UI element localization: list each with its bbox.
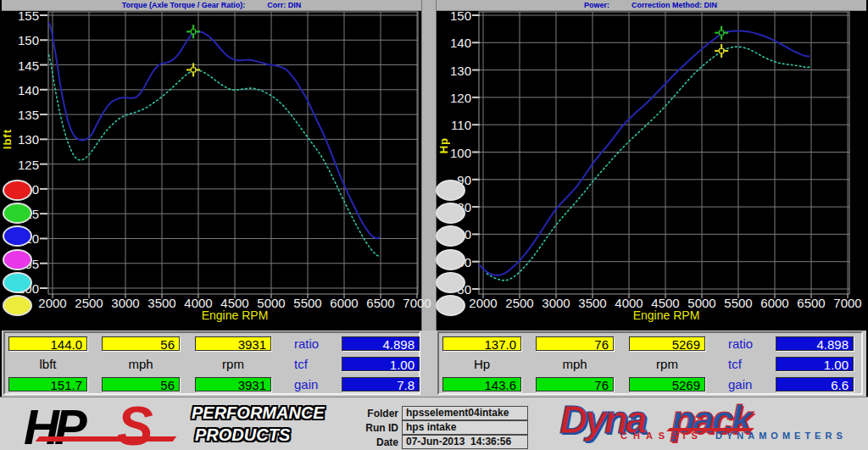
power-curve-blue_solid xyxy=(480,31,810,275)
torque-baseline-value: 144.0 xyxy=(8,336,87,351)
power-xtick-label-5000: 5000 xyxy=(682,296,721,310)
power-curve-green_dotted xyxy=(487,47,811,281)
torque-xtick-label-6500: 6500 xyxy=(361,296,400,310)
torque-marker-center-1 xyxy=(192,68,196,72)
power-xtick-label-5500: 5500 xyxy=(719,296,758,310)
torque-xtick-label-3000: 3000 xyxy=(106,296,145,310)
hps-logo: HP xyxy=(24,398,82,450)
torque-tcf-label: tcf xyxy=(294,357,338,371)
power-xtick-label-2500: 2500 xyxy=(500,296,539,310)
power-xtick-label-6500: 6500 xyxy=(792,296,831,310)
torque-unit-col1: lbft xyxy=(8,357,87,371)
torque-run-mph: 56 xyxy=(102,377,180,392)
power-xtick-label-2000: 2000 xyxy=(464,296,503,310)
power-xtick-label-4000: 4000 xyxy=(609,296,648,310)
power-xtick-label-3500: 3500 xyxy=(573,296,612,310)
power-legend-button-4[interactable] xyxy=(436,249,465,270)
torque-baseline-rpm: 3931 xyxy=(195,336,271,351)
run-id-label: Run ID xyxy=(346,422,398,434)
power-xtick-label-6000: 6000 xyxy=(755,296,794,310)
power-baseline-value: 137.0 xyxy=(442,336,521,351)
torque-tcf-value: 1.00 xyxy=(342,357,420,371)
torque-curve-blue_solid xyxy=(49,23,380,239)
torque-plot-border xyxy=(48,12,418,294)
torque-run-rpm: 3931 xyxy=(195,377,271,392)
torque-xtick-label-5500: 5500 xyxy=(288,296,327,310)
torque-curve-green_dotted xyxy=(49,55,381,257)
torque-ytick-label-125: 125 xyxy=(3,158,39,172)
torque-ytick-label-150: 150 xyxy=(3,33,39,47)
power-run-mph: 76 xyxy=(536,377,614,392)
hps-logo-swoosh xyxy=(36,436,177,442)
torque-xtick-label-4000: 4000 xyxy=(179,296,218,310)
power-unit-col3: rpm xyxy=(629,357,705,371)
torque-xtick-label-3500: 3500 xyxy=(142,296,181,310)
power-xtick-label-7000: 7000 xyxy=(828,296,867,310)
power-legend-button-6[interactable] xyxy=(436,295,465,316)
power-legend-button-5[interactable] xyxy=(436,272,465,293)
date-label: Date xyxy=(346,436,398,448)
charts-canvas xyxy=(0,0,868,332)
power-xtick-label-4500: 4500 xyxy=(646,296,685,310)
torque-legend-button-4[interactable] xyxy=(3,249,32,270)
dynapack-chassis-text: CHASSIS xyxy=(620,431,704,441)
power-x-axis-label: Engine RPM xyxy=(607,308,726,322)
torque-ytick-label-135: 135 xyxy=(3,108,39,122)
torque-legend-button-1[interactable] xyxy=(3,180,32,201)
torque-marker-center-0 xyxy=(192,30,196,34)
torque-gain-label: gain xyxy=(294,377,338,392)
power-marker-center-0 xyxy=(720,31,724,35)
hps-logo-s: S xyxy=(117,395,153,450)
power-xtick-label-3000: 3000 xyxy=(537,296,576,310)
power-ytick-label-130: 130 xyxy=(436,64,471,78)
hps-products-text: PRODUCTS xyxy=(195,425,290,445)
power-legend-button-1[interactable] xyxy=(436,180,465,201)
torque-unit-col2: mph xyxy=(102,357,180,371)
power-run-value: 143.6 xyxy=(442,377,521,392)
torque-ytick-label-155: 155 xyxy=(3,8,39,23)
run-id-field[interactable]: hps intake xyxy=(402,420,528,435)
power-baseline-mph: 76 xyxy=(536,336,614,351)
power-baseline-rpm: 5269 xyxy=(629,336,705,351)
torque-unit-col3: rpm xyxy=(195,357,271,371)
power-marker-center-1 xyxy=(720,48,724,53)
power-ytick-label-100: 100 xyxy=(436,146,471,160)
power-unit-col1: Hp xyxy=(442,357,521,371)
torque-run-value: 151.7 xyxy=(8,377,87,392)
folder-label: Folder xyxy=(346,408,398,419)
power-run-rpm: 5269 xyxy=(629,377,705,392)
power-unit-col2: mph xyxy=(536,357,614,371)
power-ratio-label: ratio xyxy=(728,336,772,351)
power-ytick-label-110: 110 xyxy=(436,118,471,132)
dynapack-dynamometers-text: DYNAMOMETERS xyxy=(715,431,847,441)
torque-legend-button-6[interactable] xyxy=(3,295,32,316)
power-ratio-value: 4.898 xyxy=(776,336,854,351)
torque-xtick-label-2000: 2000 xyxy=(33,296,72,310)
torque-xtick-label-5000: 5000 xyxy=(252,296,291,310)
power-ytick-label-120: 120 xyxy=(436,91,471,105)
date-field[interactable]: 07-Jun-2013 14:36:56 xyxy=(402,435,528,449)
power-gain-value: 6.6 xyxy=(776,377,854,392)
torque-ratio-label: ratio xyxy=(294,336,338,351)
torque-gain-value: 7.8 xyxy=(342,377,420,392)
power-plot-border xyxy=(479,12,849,294)
folder-field[interactable]: hpsselement04intake xyxy=(402,406,528,420)
torque-ratio-value: 4.898 xyxy=(342,336,420,351)
torque-x-axis-label: Engine RPM xyxy=(175,308,294,322)
torque-legend-button-5[interactable] xyxy=(3,272,32,293)
power-tcf-value: 1.00 xyxy=(776,357,854,371)
power-ytick-label-150: 150 xyxy=(436,8,471,23)
power-tcf-label: tcf xyxy=(728,357,772,371)
torque-ytick-label-140: 140 xyxy=(3,83,39,97)
torque-xtick-label-7000: 7000 xyxy=(398,296,437,310)
hps-performance-text: PERFORMANCE xyxy=(192,403,325,423)
torque-ytick-label-130: 130 xyxy=(3,132,39,147)
torque-ytick-label-145: 145 xyxy=(3,58,39,73)
torque-xtick-label-4500: 4500 xyxy=(215,296,254,310)
power-ytick-label-140: 140 xyxy=(436,36,471,50)
dyno-app-window: Torque (Axle Torque / Gear Ratio): Corr:… xyxy=(0,0,868,450)
torque-xtick-label-6000: 6000 xyxy=(325,296,364,310)
torque-xtick-label-2500: 2500 xyxy=(70,296,108,310)
torque-baseline-mph: 56 xyxy=(102,336,180,351)
power-gain-label: gain xyxy=(728,377,772,392)
